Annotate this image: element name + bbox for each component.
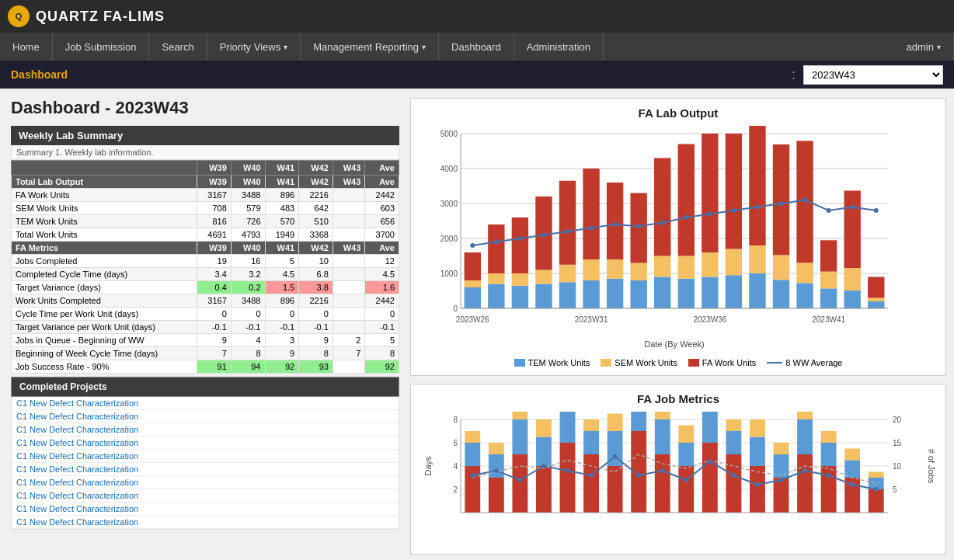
svg-text:0: 0: [453, 304, 458, 313]
project-link[interactable]: C1 New Defect Characterization: [12, 489, 399, 503]
svg-rect-143: [750, 419, 765, 437]
project-link[interactable]: C1 New Defect Characterization: [12, 437, 399, 450]
table-cell: Ave: [365, 176, 399, 189]
svg-rect-60: [844, 290, 860, 308]
breadcrumb-controls: : 2023W43 2023W42 2023W41 2023W40: [792, 65, 943, 85]
fa-lab-output-title: FA Lab Output: [422, 106, 935, 120]
nav-job-submission[interactable]: Job Submission: [53, 33, 150, 61]
table-cell: -0.1: [365, 321, 399, 334]
weekly-lab-summary-header: Weekly Lab Summary: [11, 126, 399, 145]
table-cell: -0.1: [197, 321, 232, 334]
fa-lab-output-svg-wrap: 0100020003000400050002023W262023W312023W…: [422, 126, 935, 353]
table-cell: 8: [299, 347, 333, 360]
admin-arrow: ▾: [937, 43, 941, 51]
col-label: [12, 161, 197, 176]
svg-rect-132: [678, 466, 694, 513]
table-cell: 726: [231, 215, 265, 228]
project-link[interactable]: C1 New Defect Characterization: [12, 397, 399, 410]
project-link[interactable]: C1 New Defect Characterization: [12, 450, 399, 463]
table-cell: 3700: [365, 228, 399, 242]
table-cell: 12: [365, 255, 399, 268]
svg-text:2023W41: 2023W41: [812, 315, 845, 324]
svg-point-172: [779, 478, 784, 482]
svg-rect-48: [749, 273, 765, 308]
project-link[interactable]: C1 New Defect Characterization: [12, 410, 399, 423]
table-cell: 9: [197, 334, 232, 347]
project-link[interactable]: C1 New Defect Characterization: [12, 516, 399, 529]
svg-rect-15: [488, 284, 504, 309]
project-link[interactable]: C1 New Defect Characterization: [12, 476, 399, 489]
col-w42: W42: [299, 161, 333, 176]
svg-rect-136: [702, 412, 718, 443]
svg-rect-20: [512, 217, 528, 273]
table-cell: [333, 281, 364, 294]
project-link[interactable]: C1 New Defect Characterization: [12, 423, 399, 437]
svg-rect-109: [489, 454, 504, 478]
svg-point-166: [636, 473, 641, 478]
svg-rect-155: [844, 449, 860, 461]
table-cell: Total Lab Output: [12, 176, 197, 189]
legend-fa-box: [688, 359, 699, 367]
svg-rect-37: [654, 256, 670, 277]
fa-lab-output-svg: 0100020003000400050002023W262023W312023W…: [422, 126, 935, 351]
svg-rect-63: [868, 301, 884, 308]
table-cell: 3.4: [197, 268, 232, 281]
table-cell: Job Success Rate - 90%: [12, 360, 197, 374]
svg-text:15: 15: [893, 439, 902, 447]
nav-management-reporting[interactable]: Management Reporting ▾: [301, 33, 439, 61]
col-w43: W43: [333, 161, 364, 176]
svg-rect-31: [607, 259, 623, 279]
svg-rect-30: [607, 279, 623, 308]
table-cell: 3167: [197, 294, 232, 308]
table-cell: 8: [231, 347, 265, 360]
svg-point-72: [613, 222, 618, 227]
nav-dashboard[interactable]: Dashboard: [439, 33, 514, 61]
main-content: Dashboard - 2023W43 Weekly Lab Summary S…: [0, 89, 954, 560]
svg-rect-117: [560, 443, 576, 513]
svg-rect-122: [583, 419, 599, 431]
svg-point-163: [566, 468, 570, 473]
table-cell: -0.1: [299, 321, 333, 334]
mgmt-reporting-arrow: ▾: [422, 43, 426, 51]
table-cell: 1.6: [365, 281, 399, 294]
table-cell: [333, 268, 364, 281]
col-w41: W41: [265, 161, 299, 176]
svg-rect-139: [726, 431, 741, 454]
svg-rect-64: [868, 298, 884, 302]
svg-rect-112: [512, 419, 527, 454]
svg-rect-144: [774, 478, 789, 513]
table-cell: 3.8: [299, 281, 333, 294]
svg-rect-26: [559, 181, 576, 265]
nav-priority-views[interactable]: Priority Views ▾: [207, 33, 301, 61]
table-cell: 92: [265, 360, 299, 374]
table-cell: W42: [299, 242, 333, 255]
nav-home[interactable]: Home: [0, 33, 53, 61]
svg-rect-50: [749, 126, 765, 245]
table-cell: 2442: [365, 189, 399, 202]
legend-avg-line: [767, 362, 782, 363]
table-cell: 3: [265, 334, 299, 347]
svg-rect-28: [583, 259, 599, 280]
svg-rect-121: [583, 431, 599, 454]
svg-point-70: [566, 229, 570, 234]
nav-administration[interactable]: Administration: [514, 33, 604, 61]
table-cell: [333, 202, 364, 215]
nav-search[interactable]: Search: [149, 33, 207, 61]
project-link[interactable]: C1 New Defect Characterization: [12, 503, 399, 516]
table-cell: 6.8: [299, 268, 333, 281]
svg-rect-127: [631, 412, 646, 431]
svg-point-74: [660, 221, 665, 225]
project-link[interactable]: C1 New Defect Characterization: [12, 463, 399, 476]
nav-admin-user[interactable]: admin ▾: [894, 33, 954, 61]
svg-rect-39: [678, 279, 695, 308]
table-cell: 8: [365, 347, 399, 360]
table-cell: 0.4: [197, 281, 232, 294]
week-selector[interactable]: 2023W43 2023W42 2023W41 2023W40: [803, 65, 943, 85]
col-ave: Ave: [365, 161, 399, 176]
table-cell: 4691: [197, 228, 232, 242]
svg-rect-114: [536, 466, 552, 513]
svg-rect-12: [465, 287, 481, 308]
svg-point-162: [541, 464, 546, 468]
table-cell: [333, 360, 364, 374]
summary-table: W39 W40 W41 W42 W43 Ave Total Lab Output…: [11, 160, 399, 374]
